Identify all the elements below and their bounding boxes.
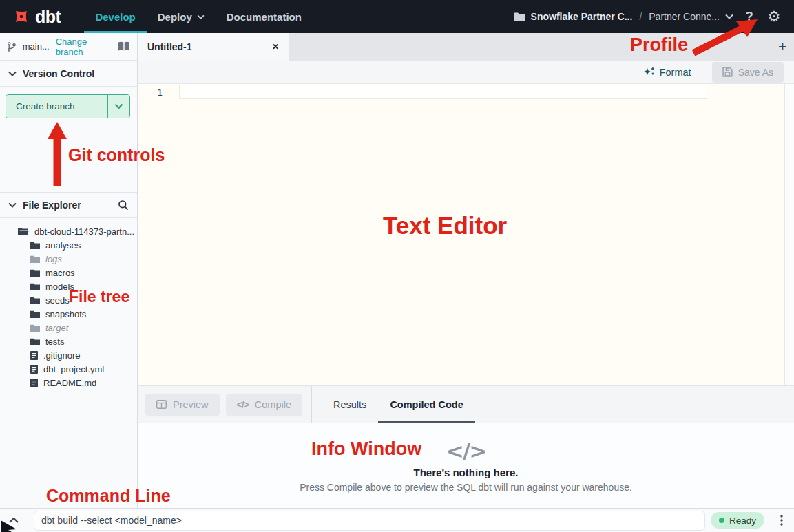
- save-as-label: Save As: [738, 67, 773, 78]
- folder-open-icon: [18, 227, 29, 235]
- sidebar: main... Change branch Version Control Cr…: [0, 33, 138, 508]
- change-branch-link[interactable]: Change branch: [56, 36, 112, 57]
- file-icon: [30, 379, 38, 387]
- dbt-cloud-ide: dbt Develop Deploy Documentation Snowfla…: [0, 0, 794, 532]
- tree-item-label: tests: [45, 337, 64, 347]
- chevron-down-icon: [8, 202, 17, 208]
- compile-label: Compile: [255, 399, 291, 410]
- kebab-menu-icon[interactable]: [773, 515, 791, 526]
- gear-icon[interactable]: ⚙: [765, 8, 783, 25]
- preview-button[interactable]: Preview: [145, 394, 220, 416]
- branch-bar: main... Change branch: [0, 33, 137, 61]
- empty-state-title: There's nothing here.: [414, 467, 519, 478]
- tree-item-label: seeds: [45, 295, 70, 306]
- bottom-panel-header: Preview </> Compile Results Compiled Cod…: [138, 385, 794, 423]
- tree-item-models[interactable]: models: [0, 279, 137, 293]
- folder-icon: [514, 12, 525, 21]
- folder-icon: [30, 310, 40, 318]
- save-icon: [722, 67, 733, 77]
- account-name: Snowflake Partner C...: [531, 11, 633, 22]
- file-tree: dbt-cloud-114373-partn... analyses logs …: [0, 218, 137, 390]
- file-icon: [30, 365, 38, 374]
- save-as-button[interactable]: Save As: [712, 62, 784, 83]
- folder-icon: [30, 269, 40, 277]
- nav-develop[interactable]: Develop: [84, 0, 146, 33]
- tree-item-tests[interactable]: tests: [0, 334, 137, 348]
- format-label: Format: [660, 67, 691, 78]
- preview-label: Preview: [173, 399, 209, 410]
- tree-item-label: snapshots: [45, 309, 86, 319]
- folder-icon: [30, 255, 40, 263]
- nav-documentation-label: Documentation: [227, 11, 302, 23]
- tab-results[interactable]: Results: [322, 386, 378, 423]
- tab-compiled-code[interactable]: Compiled Code: [378, 386, 474, 423]
- expand-command-bar-button[interactable]: [0, 509, 28, 532]
- tree-item-label: dbt-cloud-114373-partn...: [34, 226, 134, 237]
- results-tab-label: Results: [333, 399, 366, 410]
- dbt-logo[interactable]: dbt: [11, 6, 61, 27]
- tree-item-seeds[interactable]: seeds: [0, 293, 137, 307]
- tree-item-label: macros: [45, 268, 75, 278]
- tree-item-project-root[interactable]: dbt-cloud-114373-partn...: [0, 224, 137, 238]
- tree-item-macros[interactable]: macros: [0, 266, 137, 279]
- editor-tab-bar: Untitled-1 ✕ +: [138, 33, 794, 61]
- project-name: Partner Conne...: [649, 11, 720, 22]
- tree-item-label: logs: [45, 254, 62, 264]
- tab-title: Untitled-1: [147, 41, 192, 52]
- tree-item-label: models: [45, 281, 74, 292]
- version-control-title: Version Control: [23, 68, 94, 79]
- editor-current-line[interactable]: [179, 85, 707, 99]
- tree-item-analyses[interactable]: analyses: [0, 238, 137, 252]
- tree-item-gitignore[interactable]: .gitignore: [0, 348, 137, 362]
- format-button[interactable]: Format: [644, 67, 691, 78]
- docs-book-icon[interactable]: [118, 41, 130, 52]
- close-icon[interactable]: ✕: [272, 42, 279, 52]
- tree-item-logs[interactable]: logs: [0, 252, 137, 266]
- tree-item-dbt-project-yml[interactable]: dbt_project.yml: [0, 362, 137, 376]
- editor-scrollbar-gutter[interactable]: [784, 84, 794, 385]
- workspace: main... Change branch Version Control Cr…: [0, 33, 794, 508]
- code-editor[interactable]: 1: [138, 84, 794, 385]
- tree-item-snapshots[interactable]: snapshots: [0, 307, 137, 321]
- chevron-down-icon: [197, 14, 205, 19]
- nav-develop-label: Develop: [95, 11, 135, 23]
- tab-untitled-1[interactable]: Untitled-1 ✕: [138, 33, 289, 61]
- status-badge: Ready: [711, 512, 764, 529]
- tree-item-label: dbt_project.yml: [43, 364, 104, 374]
- compiled-code-tab-label: Compiled Code: [390, 399, 463, 410]
- header-right: Snowflake Partner C... / Partner Conne..…: [514, 8, 783, 25]
- main-nav: Develop Deploy Documentation: [84, 0, 313, 33]
- command-bar-divider: [28, 509, 28, 532]
- file-explorer-header[interactable]: File Explorer: [0, 192, 137, 218]
- chevron-up-icon: [9, 518, 19, 523]
- create-branch-dropdown[interactable]: [107, 95, 129, 118]
- chevron-down-icon: [8, 71, 17, 76]
- new-tab-button[interactable]: +: [771, 33, 794, 61]
- status-label: Ready: [729, 515, 756, 526]
- table-icon: [156, 400, 167, 409]
- nav-documentation[interactable]: Documentation: [216, 0, 313, 33]
- tree-item-readme[interactable]: README.md: [0, 376, 137, 390]
- nav-deploy[interactable]: Deploy: [147, 0, 216, 33]
- tree-item-label: target: [45, 323, 68, 333]
- code-icon: </>: [237, 399, 249, 410]
- help-icon[interactable]: ?: [740, 8, 758, 25]
- folder-icon: [30, 242, 40, 249]
- status-dot: [719, 518, 724, 523]
- dbt-logo-text: dbt: [35, 7, 61, 27]
- search-icon[interactable]: [118, 200, 129, 211]
- project-breadcrumb[interactable]: Snowflake Partner C... / Partner Conne..…: [514, 11, 733, 22]
- line-number: 1: [138, 87, 163, 98]
- folder-icon: [30, 297, 40, 304]
- compile-button[interactable]: </> Compile: [226, 394, 302, 416]
- tree-item-target[interactable]: target: [0, 321, 137, 334]
- command-text: dbt build --select <model_name>: [41, 515, 182, 526]
- tree-item-label: .gitignore: [43, 350, 80, 361]
- folder-icon: [30, 324, 40, 332]
- command-input[interactable]: dbt build --select <model_name>: [34, 511, 705, 531]
- sparkle-icon: [644, 67, 654, 76]
- tree-item-label: analyses: [45, 240, 81, 251]
- version-control-header[interactable]: Version Control: [0, 61, 137, 87]
- create-branch-button[interactable]: Create branch: [6, 95, 107, 118]
- chevron-down-icon: [725, 14, 733, 19]
